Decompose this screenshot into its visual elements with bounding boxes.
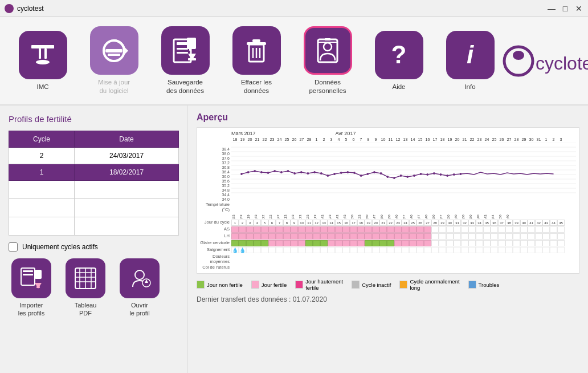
svg-point-64 <box>267 172 270 174</box>
svg-point-67 <box>287 170 289 172</box>
jour-cycle-cell: 29 <box>439 220 446 226</box>
profiles-table: Cycle Date 224/03/2017118/02/2017 <box>9 131 179 236</box>
toolbar-item-info[interactable]: i Info <box>439 31 501 91</box>
chart-cell <box>313 240 320 246</box>
chart-cell <box>387 233 394 240</box>
date-number: 29 <box>520 137 528 141</box>
temp-value-cell: 36,50 <box>379 202 387 219</box>
temp-value-cell: 36,63 <box>239 202 246 219</box>
month-avr: Avr 2017 <box>336 131 356 136</box>
chart-cell <box>372 240 379 246</box>
profile-row[interactable] <box>9 181 179 199</box>
svg-text:i: i <box>467 40 474 68</box>
chart-cell <box>387 226 394 233</box>
date-number: 22 <box>261 137 268 141</box>
toolbar-item-update[interactable]: Mise à jourdu logiciel <box>83 26 145 95</box>
imc-label: IMC <box>36 83 48 91</box>
chart-cell <box>528 240 535 246</box>
profile-row[interactable]: 118/02/2017 <box>9 164 179 181</box>
info-icon: i <box>456 40 484 69</box>
jour-cycle-label: Jour du cycle <box>200 220 231 226</box>
chart-cell <box>424 240 431 246</box>
saignement-cell <box>557 247 565 253</box>
chart-cell <box>291 233 298 240</box>
profile-row[interactable] <box>9 199 179 217</box>
chart-cell <box>461 233 468 240</box>
saignement-cell <box>342 247 350 253</box>
jour-cycle-cell: 30 <box>446 220 454 226</box>
chart-cell <box>239 233 246 240</box>
minimize-button[interactable]: — <box>547 4 556 13</box>
y-axis-labels: 38,438,037,637,236,836,436,035,635,234,8… <box>200 143 231 202</box>
date-number: 21 <box>461 137 468 141</box>
svg-point-77 <box>353 172 356 174</box>
svg-rect-9 <box>177 42 188 45</box>
open-btn[interactable]: Ouvrirle profil <box>117 258 162 318</box>
temp-value-cell: 36,23 <box>305 202 313 219</box>
legend-non-fertile: Jour non fertile <box>197 278 243 291</box>
temp-value-cell: 36,40 <box>454 202 461 219</box>
date-number: 23 <box>268 137 276 141</box>
legend-long-box <box>399 281 407 289</box>
active-cycles-checkbox[interactable] <box>9 242 18 252</box>
svg-rect-34 <box>23 274 33 275</box>
chart-cell <box>439 226 446 233</box>
chart-cell <box>446 240 454 246</box>
update-icon-box <box>90 26 138 75</box>
chart-cell <box>550 233 557 240</box>
svg-rect-3 <box>44 48 47 59</box>
maximize-button[interactable]: □ <box>561 4 570 13</box>
delete-icon <box>242 37 271 65</box>
jour-cycle-cell: 24 <box>402 220 409 226</box>
saignement-cell <box>431 247 439 253</box>
import-btn[interactable]: Importerles profils <box>9 258 54 318</box>
help-label: Aide <box>392 83 405 91</box>
svg-rect-6 <box>105 49 122 52</box>
date-number: 14 <box>409 137 416 141</box>
delete-icon-box <box>232 26 281 75</box>
temp-value-cell: 36,47 <box>416 202 424 219</box>
title-bar: cyclotest — □ ✕ <box>0 0 588 17</box>
jour-cycle-cell: 4 <box>254 220 261 226</box>
chart-cell <box>379 240 387 246</box>
jour-cycle-cell: 45 <box>557 220 565 226</box>
chart-cell <box>335 226 342 233</box>
legend-long-label: Cycle anormalementlong <box>410 278 459 291</box>
toolbar-item-imc[interactable]: IMC <box>11 31 74 91</box>
jour-cycle-cell: 27 <box>424 220 431 226</box>
svg-rect-18 <box>252 39 260 42</box>
temp-chart-row: 38,438,037,637,236,836,436,035,635,234,8… <box>200 143 576 202</box>
saignement-cell <box>528 247 535 253</box>
toolbar-item-help[interactable]: ? Aide <box>368 31 430 91</box>
saignement-cell <box>535 247 542 253</box>
temp-value-cell: 36,33 <box>357 202 365 219</box>
temp-value-cell: 36,22 <box>276 202 283 219</box>
date-number: 25 <box>283 137 291 141</box>
toolbar-item-backup[interactable]: Sauvegardedes données <box>154 26 217 95</box>
content: Profils de fertilité Cycle Date 224/03/2… <box>0 106 588 373</box>
close-button[interactable]: ✕ <box>574 4 583 13</box>
chart-cell <box>402 226 409 233</box>
chart-cell <box>268 233 276 240</box>
chart-cell <box>476 226 483 233</box>
jour-cycle-cell: 3 <box>246 220 254 226</box>
date-number: 17 <box>431 137 439 141</box>
toolbar-item-personal[interactable]: Donnéespersonnelles <box>296 26 359 95</box>
profile-row[interactable] <box>9 217 179 236</box>
help-icon: ? <box>385 40 413 69</box>
jour-cycle-cell: 14 <box>328 220 335 226</box>
update-label: Mise à jourdu logiciel <box>98 78 130 95</box>
chart-svg-container <box>231 143 576 202</box>
saignement-cell <box>424 247 431 253</box>
temp-value-cell: 36,50 <box>350 202 357 219</box>
chart-cell <box>283 226 291 233</box>
chart-cell <box>402 233 409 240</box>
chart-cell <box>468 226 476 233</box>
toolbar-item-delete[interactable]: Effacer lesdonnées <box>225 26 288 95</box>
legend-long: Cycle anormalementlong <box>399 278 459 291</box>
chart-cell <box>365 240 372 246</box>
date-number: 11 <box>387 137 394 141</box>
saignement-cell <box>550 247 557 253</box>
tableau-btn[interactable]: TableauPDF <box>63 258 108 318</box>
profile-row[interactable]: 224/03/2017 <box>9 148 179 164</box>
